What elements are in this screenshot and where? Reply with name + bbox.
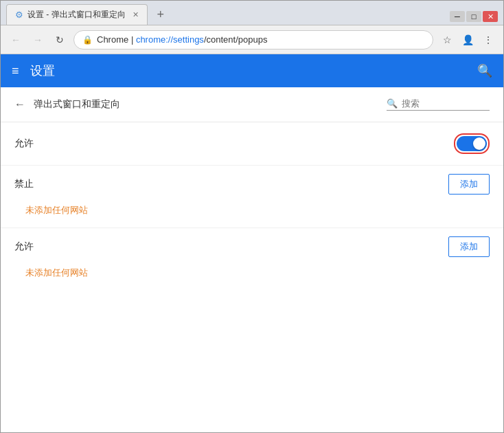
new-tab-button[interactable]: + [152, 5, 170, 23]
block-empty-text: 未添加任何网站 [14, 201, 490, 219]
account-icon[interactable]: 👤 [459, 32, 476, 48]
chrome-label: Chrome [97, 34, 128, 45]
search-input[interactable] [402, 98, 484, 109]
url-path: settings [173, 34, 204, 45]
allow-toggle[interactable] [457, 136, 487, 151]
url-rest: /content/popups [204, 34, 268, 45]
search-box[interactable]: 🔍 [387, 98, 490, 111]
close-button[interactable]: ✕ [483, 11, 498, 22]
maximize-button[interactable]: □ [466, 11, 481, 22]
title-bar: ⚙ 设置 - 弹出式窗口和重定向 ✕ + ─ □ ✕ [1, 1, 503, 25]
page-title: 弹出式窗口和重定向 [34, 98, 120, 111]
bookmark-icon[interactable]: ☆ [439, 32, 455, 48]
allow2-label: 允许 [14, 241, 34, 253]
url-separator: | [131, 34, 136, 45]
allow-add-button[interactable]: 添加 [448, 236, 490, 257]
address-text: Chrome | chrome://settings/content/popup… [97, 34, 267, 45]
more-menu-icon[interactable]: ⋮ [480, 32, 496, 48]
tab-title: 设置 - 弹出式窗口和重定向 [27, 9, 126, 21]
allow-label: 允许 [14, 137, 34, 150]
toggle-container [454, 133, 490, 154]
secure-icon: 🔒 [82, 35, 93, 45]
block-label: 禁止 [14, 178, 34, 190]
search-box-icon: 🔍 [387, 98, 398, 109]
search-icon[interactable]: 🔍 [477, 63, 492, 78]
app-bar: ≡ 设置 🔍 [1, 54, 503, 87]
address-right-actions: ☆ 👤 ⋮ [439, 32, 496, 48]
back-button[interactable]: ← [14, 98, 25, 111]
browser-window: ⚙ 设置 - 弹出式窗口和重定向 ✕ + ─ □ ✕ ← → ↻ 🔒 Chrom… [0, 0, 504, 433]
allow-subsection-header: 允许 添加 [14, 236, 490, 257]
url-scheme: chrome:// [136, 34, 173, 45]
toggle-knob [473, 137, 485, 150]
tab-close-icon[interactable]: ✕ [133, 10, 139, 19]
settings-page-header: ← 弹出式窗口和重定向 🔍 [1, 87, 503, 122]
block-add-button[interactable]: 添加 [448, 174, 490, 195]
block-subsection-header: 禁止 添加 [14, 174, 490, 195]
block-subsection: 禁止 添加 未添加任何网站 [1, 166, 503, 228]
window-controls: ─ □ ✕ [450, 11, 498, 22]
settings-content: ← 弹出式窗口和重定向 🔍 允许 禁止 添加 未添加任何网站 [1, 87, 503, 432]
back-nav-button[interactable]: ← [8, 32, 24, 48]
reload-button[interactable]: ↻ [51, 32, 68, 48]
hamburger-menu-icon[interactable]: ≡ [12, 64, 19, 78]
minimize-button[interactable]: ─ [450, 11, 465, 22]
forward-nav-button[interactable]: → [30, 32, 46, 48]
allow-empty-text: 未添加任何网站 [14, 264, 490, 282]
app-title: 设置 [30, 63, 55, 79]
active-tab[interactable]: ⚙ 设置 - 弹出式窗口和重定向 ✕ [6, 4, 148, 25]
settings-gear-icon: ⚙ [15, 10, 23, 20]
address-input[interactable]: 🔒 Chrome | chrome://settings/content/pop… [73, 30, 433, 49]
allow-subsection: 允许 添加 未添加任何网站 [1, 228, 503, 290]
address-bar: ← → ↻ 🔒 Chrome | chrome://settings/conte… [1, 25, 503, 54]
allow-toggle-row: 允许 [1, 122, 503, 166]
